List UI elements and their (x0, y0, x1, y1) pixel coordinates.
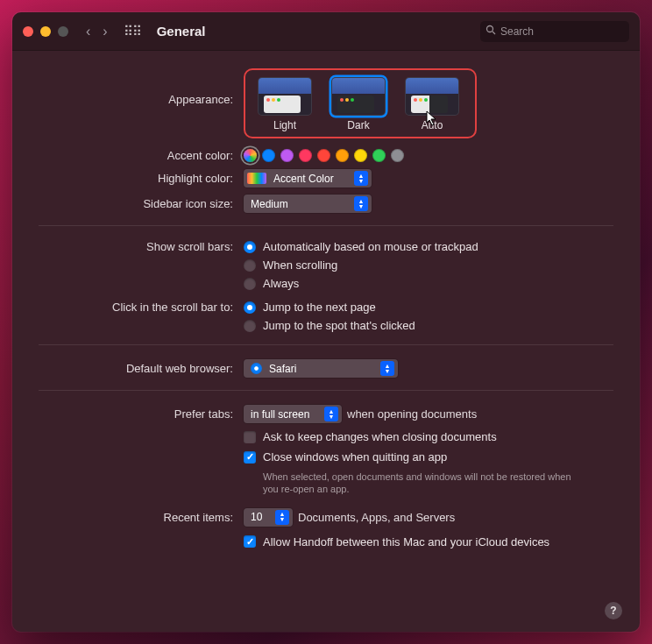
safari-icon (251, 363, 262, 374)
sidebar-icon-size-label: Sidebar icon size: (39, 197, 244, 210)
close-window-button[interactable] (23, 26, 33, 37)
accent-color-row (244, 149, 613, 162)
scroll-click-label: Click in the scroll bar to: (39, 301, 244, 314)
accent-color-label: Accent color: (39, 149, 244, 162)
accent-blue[interactable] (262, 149, 275, 162)
radio-button[interactable] (244, 301, 256, 314)
search-field[interactable] (480, 21, 629, 42)
appearance-option-auto[interactable]: Auto (405, 77, 459, 131)
help-button[interactable]: ? (605, 602, 622, 619)
appearance-option-dark[interactable]: Dark (331, 77, 386, 131)
recent-items-popup[interactable]: 10 ▲▼ (244, 508, 293, 527)
recent-items-label: Recent items: (39, 511, 244, 524)
close-windows-checkbox-row[interactable]: Close windows when quitting an app (244, 450, 447, 464)
appearance-thumb-dark (331, 77, 386, 116)
show-scrollbars-label: Show scroll bars: (39, 240, 244, 253)
nav-buttons: ‹ › (86, 24, 108, 39)
accent-purple[interactable] (280, 149, 294, 162)
accent-green[interactable] (372, 149, 386, 162)
scrollbars-option-always[interactable]: Always (244, 277, 299, 290)
back-button[interactable]: ‹ (86, 24, 90, 39)
chevron-updown-icon: ▲▼ (380, 361, 394, 376)
default-browser-popup[interactable]: Safari ▲▼ (244, 359, 398, 378)
highlight-preview-icon (247, 173, 266, 184)
accent-pink[interactable] (299, 149, 312, 162)
recent-items-suffix: Documents, Apps, and Servers (298, 511, 455, 524)
ask-keep-changes-checkbox-row[interactable]: Ask to keep changes when closing documen… (244, 430, 497, 443)
divider (39, 225, 613, 226)
window-title: General (157, 24, 206, 39)
highlight-color-label: Highlight color: (39, 172, 244, 185)
search-input[interactable] (500, 25, 632, 38)
prefer-tabs-suffix: when opening documents (347, 407, 477, 421)
appearance-option-label: Auto (422, 119, 443, 131)
radio-label: Jump to the next page (263, 301, 376, 314)
scrollbars-option-auto[interactable]: Automatically based on mouse or trackpad (244, 240, 478, 253)
chevron-updown-icon: ▲▼ (354, 196, 368, 211)
appearance-option-label: Light (273, 119, 296, 131)
minimize-window-button[interactable] (40, 26, 51, 37)
recent-items-value: 10 (251, 511, 262, 523)
search-icon (485, 25, 496, 38)
radio-button[interactable] (244, 278, 256, 290)
highlight-color-popup[interactable]: Accent Color ▲▼ (244, 169, 372, 188)
default-browser-label: Default web browser: (39, 362, 244, 375)
scroll-click-spot[interactable]: Jump to the spot that's clicked (244, 319, 415, 332)
accent-orange[interactable] (336, 149, 349, 162)
chevron-updown-icon: ▲▼ (324, 407, 338, 421)
appearance-thumb-light (258, 77, 312, 116)
preferences-window: ‹ › ⠿⠿ General Appearance: Light (12, 12, 640, 632)
checkbox-label: Close windows when quitting an app (263, 450, 447, 464)
divider (39, 344, 613, 345)
accent-red[interactable] (317, 149, 330, 162)
show-all-icon[interactable]: ⠿⠿ (124, 24, 141, 39)
scroll-click-next-page[interactable]: Jump to the next page (244, 301, 376, 314)
close-windows-hint: When selected, open documents and window… (263, 471, 578, 496)
checkbox-label: Ask to keep changes when closing documen… (263, 430, 497, 443)
appearance-label: Appearance: (39, 68, 244, 106)
radio-label: Automatically based on mouse or trackpad (263, 240, 478, 253)
radio-button[interactable] (244, 320, 256, 332)
forward-button[interactable]: › (103, 24, 107, 39)
checkbox[interactable] (244, 535, 256, 548)
appearance-option-label: Dark (347, 119, 369, 131)
appearance-option-light[interactable]: Light (258, 77, 312, 131)
sidebar-icon-size-value: Medium (251, 198, 288, 210)
svg-point-0 (487, 26, 493, 32)
scroll-click-group: Jump to the next page Jump to the spot t… (244, 301, 613, 332)
appearance-highlight-box: Light Dark Auto (244, 68, 477, 138)
traffic-lights (23, 26, 68, 37)
appearance-thumb-auto (405, 77, 459, 116)
radio-label: Always (263, 277, 299, 290)
chevron-updown-icon: ▲▼ (354, 171, 368, 186)
content-area: Appearance: Light Dark Auto (12, 51, 640, 632)
titlebar: ‹ › ⠿⠿ General (12, 12, 640, 51)
radio-label: Jump to the spot that's clicked (263, 319, 415, 332)
accent-yellow[interactable] (354, 149, 367, 162)
prefer-tabs-value: in full screen (251, 408, 309, 421)
checkbox[interactable] (244, 451, 256, 464)
default-browser-value: Safari (269, 363, 296, 375)
zoom-window-button[interactable] (58, 26, 68, 37)
checkbox[interactable] (244, 431, 256, 443)
divider (39, 390, 613, 391)
radio-button[interactable] (244, 259, 256, 272)
chevron-updown-icon: ▲▼ (275, 510, 289, 525)
accent-graphite[interactable] (391, 149, 404, 162)
prefer-tabs-popup[interactable]: in full screen ▲▼ (244, 405, 342, 423)
scrollbars-option-scrolling[interactable]: When scrolling (244, 258, 337, 272)
svg-line-1 (493, 32, 495, 34)
show-scrollbars-group: Automatically based on mouse or trackpad… (244, 240, 613, 290)
checkbox-label: Allow Handoff between this Mac and your … (263, 535, 549, 548)
sidebar-icon-size-popup[interactable]: Medium ▲▼ (244, 195, 372, 213)
highlight-color-value: Accent Color (273, 173, 334, 185)
prefer-tabs-label: Prefer tabs: (39, 407, 244, 421)
radio-label: When scrolling (263, 258, 337, 272)
handoff-checkbox-row[interactable]: Allow Handoff between this Mac and your … (244, 535, 549, 548)
accent-multicolor[interactable] (244, 149, 257, 162)
radio-button[interactable] (244, 241, 256, 253)
